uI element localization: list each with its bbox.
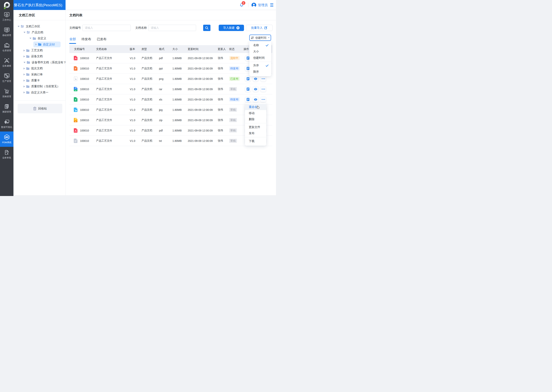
sort-option-创建时间[interactable]: 创建时间: [249, 55, 271, 61]
preview-button[interactable]: [253, 86, 258, 92]
table-row[interactable]: P100010 产品工艺文件 V1.0 产品文档 ppt 1.80MB 2021…: [69, 63, 272, 74]
cell-version: V1.0: [130, 129, 142, 132]
sidebar-item-生产管理[interactable]: 生产管理: [0, 70, 14, 85]
notification-bell[interactable]: 9: [240, 3, 243, 7]
folder-icon: [26, 55, 30, 58]
topbar: 磐石生产执行系统(PescoMES) 9 管理员: [14, 0, 276, 10]
base-mgmt-icon: [4, 27, 10, 33]
tree-node-文档工作区[interactable]: 文档工作区: [14, 24, 65, 29]
cell-updated: 2021-09-09 12:00:09: [188, 98, 218, 101]
import-new-button[interactable]: 导入新建: [219, 25, 244, 31]
folder-icon: [33, 37, 36, 40]
more-actions-button[interactable]: [261, 76, 266, 82]
tree-node-工艺文档[interactable]: 工艺文档: [14, 48, 65, 53]
table-row[interactable]: 100010 产品工艺文件 V1.0 产品文档 txt 1.80MB 2021-…: [69, 136, 272, 146]
caret-down-icon[interactable]: [29, 38, 31, 39]
doc-detail-button[interactable]: [245, 76, 251, 82]
tree-node-批次文档[interactable]: 批次文档: [14, 66, 65, 71]
preview-button[interactable]: [253, 76, 258, 82]
cell-type: 产品文档: [142, 56, 159, 60]
doc-name-input[interactable]: 请输入: [148, 25, 196, 31]
sidebar-item-PDM系统[interactable]: PDM PDM系统: [0, 132, 14, 147]
doc-detail-button[interactable]: [245, 86, 251, 92]
table-row[interactable]: 100010 产品工艺文件 V1.0 产品文档 pdf 1.80MB 2021-…: [69, 125, 272, 136]
cell-updater: 张伟: [218, 67, 229, 70]
tree-node-自定义[interactable]: 自定义: [14, 35, 65, 41]
caret-down-icon[interactable]: [24, 32, 25, 33]
caret-right-icon[interactable]: [24, 80, 25, 82]
sidebar-item-仓库管理[interactable]: 仓库管理: [0, 40, 14, 55]
pesco-ring-logo: [2, 2, 11, 11]
sidebar-item-基础管理[interactable]: 基础管理: [0, 24, 14, 40]
table-row[interactable]: X100010 产品工艺文件 V1.0 产品文档 xls 1.80MB 2021…: [69, 94, 272, 105]
sort-option-名称[interactable]: 名称: [249, 42, 271, 49]
sidebar-item-数据可视化[interactable]: 数据可视化: [0, 116, 14, 132]
caret-right-icon[interactable]: [24, 91, 25, 93]
tree-node-采购订单[interactable]: 采购订单: [14, 72, 65, 77]
trace-icon: [4, 104, 10, 110]
folder-icon: [26, 91, 30, 94]
sidebar-item-业务审批[interactable]: 业务审批: [0, 147, 14, 162]
avatar[interactable]: [251, 3, 256, 7]
preview-button[interactable]: [253, 97, 258, 102]
cell-version: V1.0: [130, 67, 142, 70]
table-row[interactable]: zip 100010 产品工艺文件 V1.0 产品文档 zip 1.80MB 2…: [69, 115, 272, 125]
biz-approve-icon: [4, 149, 10, 155]
context-menu-更新文件[interactable]: 更新文件: [245, 124, 266, 130]
table-row[interactable]: rar 100010 产品工艺文件 V1.0 产品文档 rar 1.80MB 2…: [69, 84, 272, 94]
caret-down-icon[interactable]: [24, 62, 25, 63]
caret-right-icon[interactable]: [24, 56, 25, 57]
tree-node-质量卡[interactable]: 质量卡: [14, 78, 65, 84]
hamburger-icon[interactable]: [270, 3, 273, 7]
sort-option-升序[interactable]: 升序: [249, 63, 271, 69]
caret-right-icon[interactable]: [24, 68, 25, 70]
sort-button[interactable]: 创建时间: [249, 35, 271, 41]
sort-option-大小[interactable]: 大小: [249, 49, 271, 55]
context-menu-发布[interactable]: 发布: [245, 130, 266, 136]
sort-option-降序[interactable]: 降序: [249, 69, 271, 75]
folder-icon: [27, 31, 30, 34]
tree-node-质量控制（当前暂无）[interactable]: 质量控制（当前暂无）: [14, 84, 65, 89]
context-menu-移动[interactable]: 移动: [245, 110, 266, 116]
tree-node-产品文档[interactable]: 产品文档: [14, 29, 65, 35]
context-menu-label: 发布: [249, 132, 254, 135]
doc-no-input[interactable]: 请输入: [82, 25, 131, 31]
user-name[interactable]: 管理员: [258, 3, 268, 7]
table-row[interactable]: 100010 产品工艺文件 V1.0 产品文档 png 1.80MB 2021-…: [69, 74, 272, 84]
context-menu-label: 删除: [249, 118, 254, 121]
caret-right-icon[interactable]: [24, 85, 25, 87]
tab-已发布[interactable]: 已发布: [97, 37, 107, 43]
cell-doc-name: 产品工艺文件: [96, 56, 130, 60]
doc-detail-button[interactable]: [245, 97, 251, 102]
more-actions-button[interactable]: [261, 97, 266, 102]
caret-right-icon[interactable]: [24, 49, 25, 51]
search-button[interactable]: [203, 25, 211, 31]
menu-divider: [245, 137, 266, 137]
caret-right-icon[interactable]: [24, 73, 25, 75]
sidebar-item-溯源管理[interactable]: 溯源管理: [0, 101, 14, 116]
tab-全部[interactable]: 全部: [69, 37, 76, 43]
sidebar-item-业务建模[interactable]: 业务建模: [0, 55, 14, 70]
context-menu-下载[interactable]: 下载: [245, 138, 266, 144]
table-row[interactable]: 100010 产品工艺文件 V1.0 产品文档 jpg 1.80MB 2021-…: [69, 105, 272, 115]
tree-node-自定义02[interactable]: 自定义02: [14, 42, 65, 47]
cell-updated: 2021-09-09 12:00:09: [188, 88, 218, 91]
context-menu-重命名[interactable]: 重命名: [245, 104, 266, 110]
tree-node-label: 文档工作区: [26, 25, 40, 28]
more-actions-button[interactable]: [261, 86, 266, 92]
caret-down-icon[interactable]: [18, 26, 20, 27]
tree-node-自定义大类一[interactable]: 自定义大类一: [14, 90, 65, 95]
tab-待发布[interactable]: 待发布: [81, 37, 91, 43]
tree-node-设备零件文档（系统没有？）[interactable]: 设备零件文档（系统没有？）: [14, 60, 65, 65]
batch-import-button[interactable]: 批量导入: [246, 25, 273, 31]
sidebar-item-采购管理[interactable]: 采购管理: [0, 85, 14, 101]
notification-badge: 9: [242, 1, 245, 5]
tree-node-设备文档[interactable]: 设备文档: [14, 54, 65, 59]
context-menu-删除[interactable]: 删除: [245, 116, 266, 122]
table-row[interactable]: 100010 产品工艺文件 V1.0 产品文档 pdf 1.80MB 2021-…: [69, 53, 272, 63]
sidebar-item-工作中心[interactable]: 工作中心: [0, 9, 14, 24]
cell-version: V1.0: [130, 77, 142, 80]
caret-right-icon[interactable]: [36, 43, 37, 45]
recycle-bin-button[interactable]: 回收站: [18, 104, 62, 113]
app-logo[interactable]: [0, 0, 14, 10]
